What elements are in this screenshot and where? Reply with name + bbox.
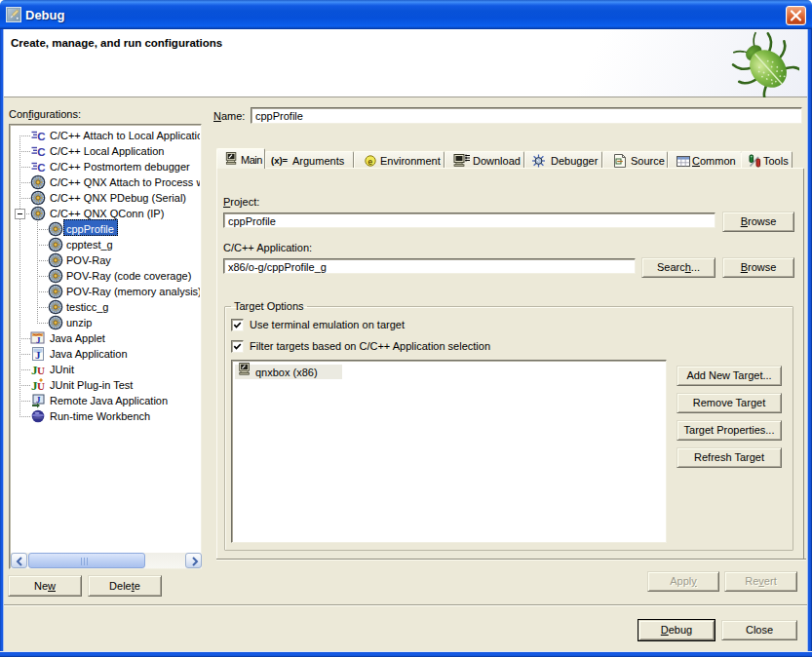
svg-text:e: e	[367, 157, 372, 167]
svg-text:C: C	[37, 131, 45, 142]
svg-text:J: J	[35, 349, 41, 361]
svg-text:C: C	[37, 146, 45, 158]
svg-text:J: J	[36, 395, 41, 405]
svg-text:C: C	[37, 162, 45, 174]
svg-text:U: U	[37, 365, 45, 376]
svg-text:J: J	[36, 335, 41, 345]
